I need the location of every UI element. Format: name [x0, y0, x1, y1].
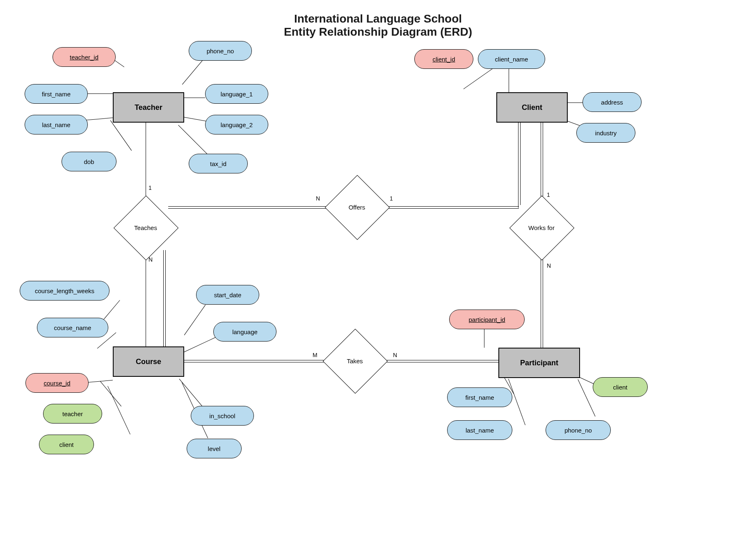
attr-last-name: last_name	[25, 115, 88, 134]
connector	[184, 337, 216, 352]
connector	[182, 59, 203, 85]
attr-participant-first-name: first_name	[447, 387, 512, 407]
attr-industry: industry	[576, 123, 635, 143]
connector	[484, 328, 484, 348]
attr-course-length-weeks: course_length_weeks	[20, 281, 110, 301]
attr-language: language	[213, 322, 276, 342]
cardinality-worksfor-1: 1	[547, 191, 550, 198]
rel-line-takes-left	[183, 360, 338, 362]
attr-language-2: language_2	[205, 115, 268, 134]
attr-course-client-fk: client	[39, 435, 94, 454]
cardinality-takes-m: M	[313, 352, 317, 358]
rel-line-teaches-bottom	[146, 246, 146, 346]
erd-diagram: International Language School Entity Rel…	[0, 0, 756, 533]
rel-line-offers-right	[373, 206, 519, 209]
entity-participant-label: Participant	[520, 359, 558, 367]
attr-address: address	[582, 92, 642, 112]
connector	[178, 125, 207, 154]
attr-tax-id: tax_id	[189, 154, 248, 173]
cardinality-offers-n: N	[316, 195, 320, 202]
entity-client: Client	[496, 92, 568, 123]
connector	[107, 386, 130, 434]
attr-phone-no: phone_no	[189, 41, 252, 61]
cardinality-takes-n: N	[393, 352, 397, 358]
entity-participant: Participant	[498, 348, 580, 378]
relationship-teaches: Teaches	[123, 205, 168, 250]
entity-course: Course	[113, 346, 184, 377]
connector	[183, 117, 207, 121]
relationship-offers: Offers	[334, 184, 379, 230]
entity-client-label: Client	[522, 103, 542, 112]
cardinality-teaches-1: 1	[148, 184, 152, 191]
attr-course-name: course_name	[37, 318, 108, 337]
attr-language-1: language_1	[205, 84, 268, 104]
rel-line-takes-right	[371, 360, 498, 362]
diagram-title-line2: Entity Relationship Diagram (ERD)	[0, 25, 756, 39]
rel-line-worksfor-bottom	[541, 246, 543, 348]
attr-first-name: first_name	[25, 84, 88, 104]
relationship-teaches-label: Teaches	[123, 205, 168, 250]
entity-teacher-label: Teacher	[135, 103, 162, 112]
attr-participant-client-fk: client	[593, 377, 648, 397]
relationship-works-for-label: Works for	[519, 205, 564, 250]
relationship-offers-label: Offers	[334, 184, 379, 230]
attr-start-date: start_date	[196, 285, 259, 305]
rel-line-offers-right-v	[518, 121, 521, 208]
diagram-title-line1: International Language School	[0, 12, 756, 25]
attr-client-name: client_name	[478, 49, 545, 69]
connector	[509, 68, 509, 92]
attr-participant-phone-no: phone_no	[546, 420, 611, 440]
connector	[110, 120, 132, 150]
attr-teacher-id: teacher_id	[53, 47, 116, 67]
connector	[566, 102, 582, 103]
attr-in-school: in_school	[191, 406, 254, 426]
connector	[184, 305, 206, 335]
attr-client-id: client_id	[414, 49, 473, 69]
attr-course-teacher-fk: teacher	[43, 404, 102, 424]
entity-course-label: Course	[136, 358, 161, 366]
relationship-takes: Takes	[332, 338, 377, 383]
attr-level: level	[187, 439, 242, 458]
cardinality-worksfor-n: N	[547, 262, 551, 269]
relationship-takes-label: Takes	[332, 338, 377, 383]
rel-line-offers-left	[164, 206, 340, 209]
attr-participant-last-name: last_name	[447, 420, 512, 440]
attr-participant-id: participant_id	[449, 310, 525, 329]
relationship-works-for: Works for	[519, 205, 564, 250]
entity-teacher: Teacher	[113, 92, 184, 123]
attr-dob: dob	[62, 152, 116, 171]
attr-course-id: course_id	[25, 373, 89, 393]
cardinality-offers-1: 1	[390, 195, 393, 202]
cardinality-teaches-n: N	[148, 256, 153, 263]
connector	[183, 98, 205, 98]
